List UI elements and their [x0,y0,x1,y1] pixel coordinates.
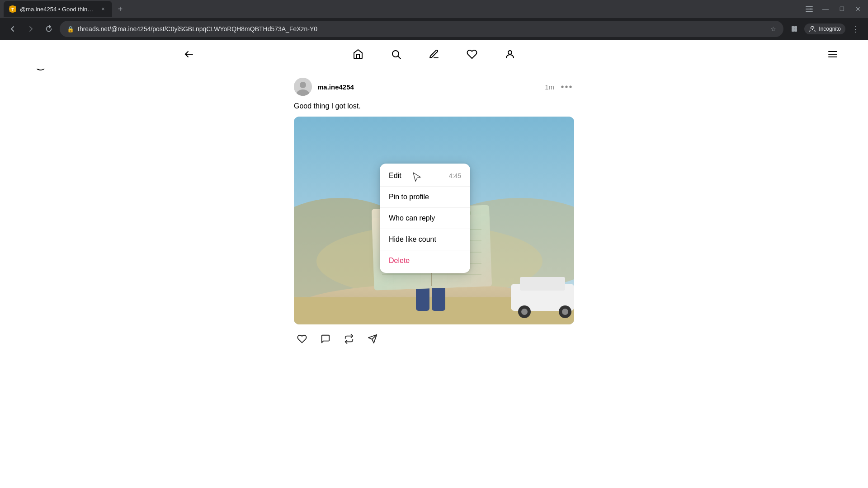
post-user: ma.ine4254 [294,78,354,96]
window-controls: — ❐ ✕ [803,3,864,15]
user-avatar [294,78,312,96]
edit-label: Edit [389,172,401,180]
svg-point-12 [813,29,815,30]
svg-rect-2 [806,6,813,7]
extensions-button[interactable] [787,22,802,36]
notifications-nav-button[interactable] [464,46,480,62]
tab-list-button[interactable] [803,3,816,15]
minimize-button[interactable]: — [819,3,832,15]
post-time: 1m [545,83,554,91]
back-button[interactable] [5,22,20,36]
address-bar: 🔒 threads.net/@ma.ine4254/post/C0yiSGBLn… [0,18,868,40]
delete-label: Delete [389,257,410,265]
profile-nav-button[interactable] [502,46,518,62]
chrome-menu-button[interactable]: ⋮ [848,22,863,36]
forward-button[interactable] [24,22,38,36]
tab-bar: T @ma.ine4254 • Good thing I go... × + —… [0,0,868,18]
url-bar[interactable]: 🔒 threads.net/@ma.ine4254/post/C0yiSGBLn… [60,21,783,37]
repost-button[interactable] [341,331,357,347]
reply-label: Who can reply [389,214,435,222]
share-button[interactable] [364,331,381,347]
url-text: threads.net/@ma.ine4254/post/C0yiSGBLnpq… [78,25,767,33]
bookmark-icon[interactable]: ☆ [770,25,776,33]
context-menu: Edit 4:45 Pin to profile Who can reply H… [380,164,470,273]
delete-menu-item[interactable]: Delete [380,250,470,271]
tab-title: @ma.ine4254 • Good thing I go... [20,6,96,13]
svg-point-20 [300,82,306,88]
pin-menu-item[interactable]: Pin to profile [380,187,470,208]
svg-point-11 [810,29,812,30]
close-window-button[interactable]: ✕ [852,3,864,15]
comment-button[interactable] [317,331,334,347]
svg-rect-9 [794,29,797,32]
lock-icon: 🔒 [67,26,74,33]
svg-point-15 [508,51,512,54]
like-button[interactable] [294,331,310,347]
hide-like-menu-item[interactable]: Hide like count [380,229,470,250]
tab-close-button[interactable]: × [99,5,107,13]
svg-rect-6 [792,26,794,29]
toolbar-right: Incognito ⋮ [787,22,863,36]
more-options-button[interactable]: ••• [560,80,574,94]
svg-marker-5 [811,8,812,10]
incognito-label: Incognito [819,26,841,32]
pin-label: Pin to profile [389,193,429,201]
restore-button[interactable]: ❐ [835,3,848,15]
svg-rect-29 [520,277,565,291]
active-tab[interactable]: T @ma.ine4254 • Good thing I go... × [4,1,112,17]
svg-point-33 [562,309,568,315]
edit-time: 4:45 [449,172,461,179]
search-nav-button[interactable] [388,46,404,62]
home-nav-button[interactable] [350,46,366,62]
post-actions [294,331,574,347]
app-content: @ [0,40,868,347]
browser-chrome: T @ma.ine4254 • Good thing I go... × + —… [0,0,868,40]
new-tab-button[interactable]: + [114,3,127,15]
svg-line-14 [398,56,401,59]
incognito-badge: Incognito [804,23,845,34]
tab-favicon: T [9,5,16,13]
post-meta: 1m ••• [545,80,574,94]
svg-rect-4 [806,11,813,12]
top-navigation [0,40,868,69]
compose-nav-button[interactable] [426,46,442,62]
svg-rect-7 [794,26,797,29]
hamburger-menu-button[interactable] [825,46,841,62]
refresh-button[interactable] [42,22,56,36]
post-header: ma.ine4254 1m ••• [294,78,574,96]
back-nav-button[interactable] [181,46,197,62]
post-text: Good thing I got lost. [294,101,574,111]
hide-label: Hide like count [389,235,436,244]
nav-icons [350,46,518,62]
svg-text:T: T [11,7,14,12]
username: ma.ine4254 [317,83,354,91]
edit-menu-item[interactable]: Edit 4:45 [380,165,470,187]
svg-point-31 [521,309,528,315]
main-content: ma.ine4254 1m ••• Good thing I got lost. [0,69,868,347]
reply-menu-item[interactable]: Who can reply [380,208,470,229]
svg-rect-8 [792,29,794,32]
